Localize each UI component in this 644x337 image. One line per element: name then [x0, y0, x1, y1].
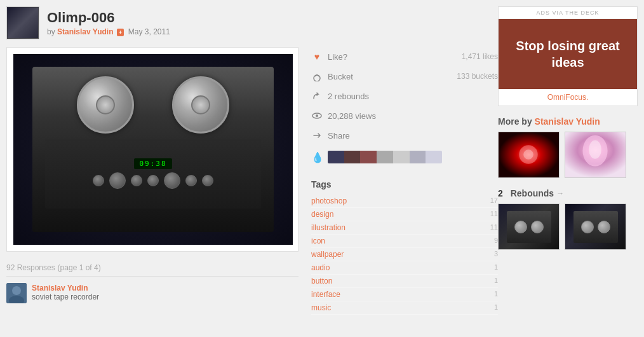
heart-icon: ♥: [311, 51, 323, 62]
recorder-display: 09:38: [134, 158, 171, 169]
reels-row: [77, 76, 229, 134]
sidebar: ADS VIA THE DECK Stop losing great ideas…: [498, 6, 638, 315]
likes-count: 1,471 likes: [462, 52, 498, 61]
more-by-title: More by Stanislav Yudin: [498, 116, 638, 127]
stat-row-bucket: Bucket 133 buckets: [311, 67, 498, 86]
tag-row-button: button 1: [311, 275, 498, 288]
tag-music[interactable]: music: [311, 303, 331, 312]
tag-row-audio: audio 1: [311, 261, 498, 275]
palette-colors: [328, 151, 442, 163]
tags-title: Tags: [311, 179, 498, 189]
shot-thumbnail-small: [6, 6, 39, 39]
like-label[interactable]: Like?: [328, 52, 347, 62]
shot-date: May 3, 2011: [128, 27, 170, 36]
ads-image-text: Stop losing great ideas: [505, 38, 631, 71]
more-by-thumb-1[interactable]: [498, 132, 560, 178]
tag-count-illustration: 11: [490, 223, 498, 232]
stat-share-left: Share: [311, 130, 350, 141]
more-by-author-link[interactable]: Stanislav Yudin: [535, 116, 600, 127]
reel-tiny-1: [507, 211, 551, 243]
tag-audio[interactable]: audio: [311, 263, 330, 272]
recorder-controls: [93, 172, 213, 189]
reel-tiny-circle-l2: [581, 221, 594, 233]
tag-count-design: 11: [490, 210, 498, 219]
knob-2: [109, 172, 126, 189]
ads-box: ADS VIA THE DECK Stop losing great ideas…: [498, 6, 638, 106]
rebounds-count: 2: [498, 188, 503, 198]
reel-recorder: 09:38: [32, 67, 274, 232]
knob-4: [147, 175, 159, 186]
rebounds-label: Rebounds: [511, 188, 554, 198]
plus-badge: +: [117, 29, 124, 36]
stat-row-rebounds: 2 rebounds: [311, 86, 498, 106]
swatch-4: [377, 151, 393, 163]
swatch-1: [328, 151, 344, 163]
tag-interface[interactable]: interface: [311, 290, 340, 299]
share-label[interactable]: Share: [328, 131, 350, 141]
tag-design[interactable]: design: [311, 210, 333, 219]
svg-point-1: [12, 286, 21, 295]
knob-5: [164, 172, 180, 189]
tag-row-icon: icon 9: [311, 235, 498, 248]
palette-drop-icon: 💧: [311, 151, 324, 163]
shot-title-block: Olimp-006 by Stanislav Yudin + May 3, 20…: [47, 10, 170, 36]
rebounds-title: 2 Rebounds →: [498, 188, 638, 198]
view-icon: [311, 110, 323, 121]
stat-rebounds-left: 2 rebounds: [311, 90, 369, 102]
palette-row: 💧: [311, 146, 498, 169]
tag-icon[interactable]: icon: [311, 237, 325, 245]
responses-header: 92 Responses (page 1 of 4): [6, 262, 299, 277]
shot-image: 09:38: [13, 54, 293, 245]
response-text: soviet tape recorder: [32, 292, 99, 301]
shot-meta: by Stanislav Yudin + May 3, 2011: [47, 27, 170, 36]
bucket-count: 133 buckets: [457, 72, 498, 81]
reel-tiny-circle-l: [514, 221, 527, 233]
response-author[interactable]: Stanislav Yudin: [32, 284, 88, 292]
knob-3: [131, 175, 142, 186]
svg-point-5: [316, 114, 318, 117]
knob-6: [185, 175, 197, 186]
stat-row-views: 20,288 views: [311, 106, 498, 126]
svg-point-8: [523, 149, 533, 160]
responses-section: 92 Responses (page 1 of 4) Stani: [6, 262, 299, 303]
rebound-thumb-2[interactable]: [565, 203, 626, 250]
rebounds-section: 2 Rebounds →: [498, 188, 638, 250]
bucket-icon: [311, 71, 323, 82]
author-link[interactable]: Stanislav Yudin: [57, 27, 113, 36]
recorder-body: 09:38: [45, 139, 261, 209]
responses-page-info: (page 1 of 4): [58, 263, 101, 272]
share-icon: [311, 130, 323, 141]
knob-7: [202, 175, 213, 186]
rebound-thumb-1[interactable]: [498, 203, 560, 250]
reel-left: [77, 76, 134, 134]
tag-count-photoshop: 17: [490, 196, 498, 205]
ads-link[interactable]: OmniFocus.: [499, 89, 637, 106]
responses-count: 92 Responses: [6, 263, 55, 272]
swatch-5: [393, 151, 410, 163]
stats-section: ♥ Like? 1,471 likes: [311, 47, 498, 169]
more-by-grid: [498, 132, 638, 178]
tags-section: Tags photoshop 17 design 11 illustration…: [311, 179, 498, 315]
tag-wallpaper[interactable]: wallpaper: [311, 250, 344, 259]
stat-like-left: ♥ Like?: [311, 51, 347, 62]
stat-views-left: 20,288 views: [311, 110, 376, 121]
reel-tiny-circle-r2: [598, 221, 610, 233]
reel-inner-right: [191, 95, 210, 114]
bucket-label[interactable]: Bucket: [328, 72, 353, 81]
tag-row-photoshop: photoshop 17: [311, 195, 498, 208]
stat-row-share: Share: [311, 126, 498, 146]
reel-tiny-2: [574, 211, 618, 243]
rebounds-grid: [498, 203, 638, 250]
svg-point-11: [589, 140, 601, 158]
reel-inner-left: [96, 95, 115, 114]
stat-row-like: ♥ Like? 1,471 likes: [311, 47, 498, 67]
tag-photoshop[interactable]: photoshop: [311, 196, 347, 205]
more-by-thumb-2[interactable]: [565, 132, 626, 178]
more-by-label: More by: [498, 116, 532, 127]
ads-image[interactable]: Stop losing great ideas: [499, 19, 637, 89]
rebounds-arrow-icon[interactable]: →: [556, 189, 564, 198]
swatch-7: [426, 151, 442, 163]
response-avatar: [6, 283, 27, 303]
tag-button[interactable]: button: [311, 277, 332, 285]
tag-illustration[interactable]: illustration: [311, 223, 345, 232]
